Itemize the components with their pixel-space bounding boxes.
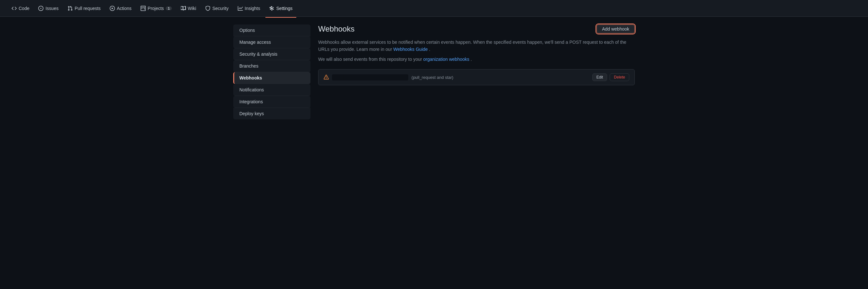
nav-actions-label: Actions	[117, 6, 132, 11]
settings-icon	[269, 6, 274, 11]
main-container: Options Manage access Security & analysi…	[228, 17, 640, 127]
webhook-delete-button[interactable]: Delete	[610, 74, 629, 81]
nav-actions[interactable]: Actions	[106, 3, 135, 13]
sidebar-item-integrations[interactable]: Integrations	[233, 96, 310, 108]
content-area: Webhooks Add webhook Webhooks allow exte…	[318, 25, 635, 119]
nav-settings[interactable]: Settings	[266, 3, 297, 13]
sidebar-branches-label: Branches	[239, 63, 258, 68]
top-navigation: Code Issues Pull requests Actions Projec…	[0, 0, 868, 17]
sidebar-item-security-analysis[interactable]: Security & analysis	[233, 48, 310, 60]
issue-icon	[38, 6, 43, 11]
sidebar-deploy-keys-label: Deploy keys	[239, 111, 264, 116]
sidebar-security-analysis-label: Security & analysis	[239, 52, 277, 57]
content-header: Webhooks Add webhook	[318, 25, 635, 33]
nav-code[interactable]: Code	[8, 3, 33, 13]
actions-icon	[110, 6, 115, 11]
sidebar-options-label: Options	[239, 28, 255, 33]
sidebar-item-webhooks[interactable]: Webhooks	[233, 72, 310, 84]
sidebar-item-manage-access[interactable]: Manage access	[233, 36, 310, 48]
description-end-1: .	[429, 47, 430, 52]
projects-icon	[141, 6, 146, 11]
warning-icon	[324, 75, 329, 80]
sidebar-item-options[interactable]: Options	[233, 25, 310, 36]
code-icon	[11, 6, 17, 11]
webhook-list: ████████████████████████ (pull_request a…	[318, 69, 635, 85]
nav-pull-requests[interactable]: Pull requests	[64, 3, 104, 13]
webhook-url-masked: ████████████████████████	[332, 74, 408, 81]
webhook-edit-button[interactable]: Edit	[592, 74, 608, 81]
webhook-actions: Edit Delete	[592, 74, 629, 81]
description-text-1: Webhooks allow external services to be n…	[318, 39, 626, 52]
webhook-left: ████████████████████████ (pull_request a…	[324, 74, 453, 81]
description-end-2: .	[471, 57, 472, 62]
sidebar-notifications-label: Notifications	[239, 87, 264, 92]
description-line1: Webhooks allow external services to be n…	[318, 39, 635, 53]
description-text-2: We will also send events from this repos…	[318, 57, 422, 62]
sidebar-webhooks-label: Webhooks	[239, 75, 262, 81]
nav-wiki-label: Wiki	[188, 6, 196, 11]
add-webhook-button[interactable]: Add webhook	[596, 25, 635, 33]
sidebar: Options Manage access Security & analysi…	[233, 25, 310, 119]
pr-icon	[68, 6, 73, 11]
nav-issues[interactable]: Issues	[34, 3, 62, 13]
wiki-icon	[181, 6, 186, 11]
page-title: Webhooks	[318, 25, 354, 33]
nav-insights-label: Insights	[245, 6, 260, 11]
nav-pr-label: Pull requests	[75, 6, 101, 11]
webhook-item: ████████████████████████ (pull_request a…	[318, 69, 635, 85]
security-icon	[205, 6, 210, 11]
insights-icon	[238, 6, 243, 11]
org-webhooks-link[interactable]: organization webhooks	[423, 57, 469, 62]
sidebar-manage-access-label: Manage access	[239, 39, 271, 45]
webhooks-guide-link[interactable]: Webhooks Guide	[393, 47, 428, 52]
description-line2: We will also send events from this repos…	[318, 56, 635, 63]
nav-security[interactable]: Security	[202, 3, 232, 13]
nav-projects[interactable]: Projects 1	[137, 3, 176, 13]
nav-wiki[interactable]: Wiki	[177, 3, 200, 13]
nav-projects-label: Projects	[148, 6, 164, 11]
nav-settings-label: Settings	[276, 6, 293, 11]
sidebar-item-notifications[interactable]: Notifications	[233, 84, 310, 96]
nav-security-label: Security	[212, 6, 229, 11]
sidebar-item-branches[interactable]: Branches	[233, 60, 310, 72]
projects-badge: 1	[166, 6, 172, 10]
nav-issues-label: Issues	[45, 6, 58, 11]
webhook-events: (pull_request and star)	[411, 75, 453, 80]
sidebar-integrations-label: Integrations	[239, 99, 263, 104]
nav-insights[interactable]: Insights	[234, 3, 264, 13]
sidebar-item-deploy-keys[interactable]: Deploy keys	[233, 108, 310, 119]
nav-code-label: Code	[19, 6, 29, 11]
